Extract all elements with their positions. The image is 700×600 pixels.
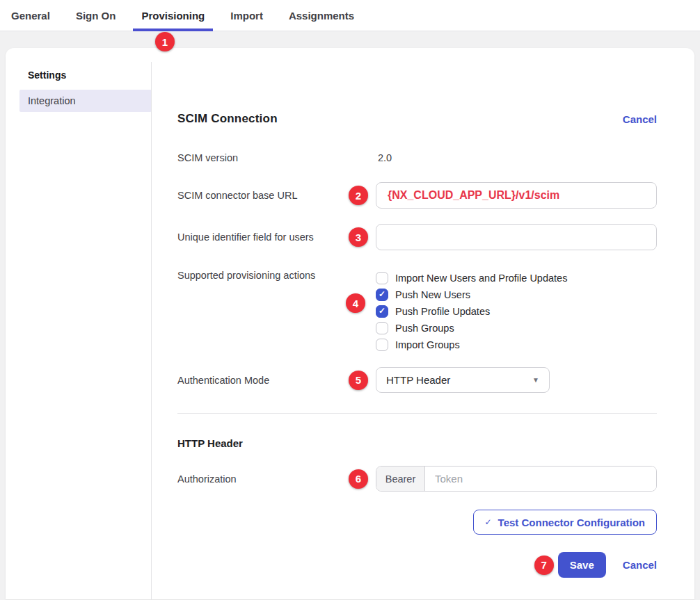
auth-mode-selected-value: HTTP Header [386,374,450,386]
test-connector-row: ✓ Test Connector Configuration [177,510,657,535]
tab-general[interactable]: General [3,0,58,31]
checkbox-label: Import Groups [395,339,460,350]
field-row-base-url: SCIM connector base URL 2 [177,182,657,209]
provisioning-actions-checkbox-list: Import New Users and Profile Updates Pus… [376,270,657,353]
settings-sidebar: Settings Integration [6,48,152,599]
scim-version-label: SCIM version [177,152,376,163]
provisioning-actions-label: Supported provisioning actions [177,270,376,281]
chevron-down-icon: ▼ [532,376,539,384]
save-button[interactable]: Save [558,552,606,578]
checkbox-icon[interactable] [376,305,388,318]
field-row-scim-version: SCIM version 2.0 [177,152,657,164]
checkbox-label: Push Groups [395,323,454,334]
auth-mode-dropdown[interactable]: HTTP Header ▼ [376,367,550,393]
annotation-badge-2: 2 [349,186,368,205]
annotation-badge-5: 5 [349,371,368,390]
bearer-prefix: Bearer [376,467,425,491]
auth-mode-label: Authentication Mode [177,375,376,386]
cancel-button-bottom[interactable]: Cancel [623,559,657,571]
tab-assignments[interactable]: Assignments [280,0,363,31]
authorization-label: Authorization [177,473,376,485]
field-row-auth-mode: Authentication Mode 5 HTTP Header ▼ [177,367,657,393]
annotation-badge-6: 6 [349,469,368,489]
scim-connection-form: SCIM Connection Cancel SCIM version 2.0 … [152,48,694,599]
check-icon: ✓ [485,517,492,527]
form-header: SCIM Connection Cancel [177,112,657,126]
checkbox-row-import-new-users[interactable]: Import New Users and Profile Updates [376,270,657,286]
checkbox-label: Push Profile Updates [395,306,490,317]
authorization-input-group: Bearer [376,466,657,492]
app-tab-bar: General Sign On Provisioning Import Assi… [0,0,700,31]
checkbox-row-push-groups[interactable]: Push Groups [376,320,657,337]
page-title: SCIM Connection [177,112,278,126]
checkbox-row-import-groups[interactable]: Import Groups [376,337,657,353]
tab-sign-on[interactable]: Sign On [67,0,125,31]
annotation-badge-4: 4 [346,293,365,313]
field-row-authorization: Authorization 6 Bearer [177,466,657,492]
test-connector-label: Test Connector Configuration [498,517,645,528]
cancel-link-top[interactable]: Cancel [623,113,657,125]
field-row-provisioning-actions: Supported provisioning actions 4 Import … [177,270,657,353]
base-url-input[interactable] [376,182,657,209]
checkbox-label: Push New Users [395,289,470,300]
base-url-label: SCIM connector base URL [177,190,376,201]
unique-identifier-input[interactable] [376,224,657,250]
annotation-badge-7: 7 [534,556,554,575]
checkbox-icon[interactable] [376,272,388,284]
section-divider [177,413,657,414]
checkbox-row-push-new-users[interactable]: Push New Users [376,286,657,303]
checkbox-icon[interactable] [376,322,388,334]
test-connector-button[interactable]: ✓ Test Connector Configuration [473,510,657,535]
token-input[interactable] [425,467,656,491]
sidebar-heading: Settings [28,70,152,81]
form-actions-row: 7 Save Cancel [177,552,657,578]
annotation-badge-3: 3 [349,227,368,247]
tab-import[interactable]: Import [222,0,271,31]
field-row-unique-identifier: Unique identifier field for users 3 [177,224,657,250]
scim-version-value: 2.0 [376,152,392,163]
checkbox-icon[interactable] [376,339,388,351]
annotation-badge-1: 1 [155,32,175,51]
tab-provisioning[interactable]: Provisioning [133,0,213,31]
provisioning-card: Settings Integration SCIM Connection Can… [6,48,694,599]
checkbox-row-push-profile-updates[interactable]: Push Profile Updates [376,303,657,320]
http-header-section-title: HTTP Header [177,437,657,449]
checkbox-icon[interactable] [376,289,388,301]
sidebar-item-integration[interactable]: Integration [19,90,152,112]
unique-identifier-label: Unique identifier field for users [177,232,376,243]
checkbox-label: Import New Users and Profile Updates [395,273,567,284]
